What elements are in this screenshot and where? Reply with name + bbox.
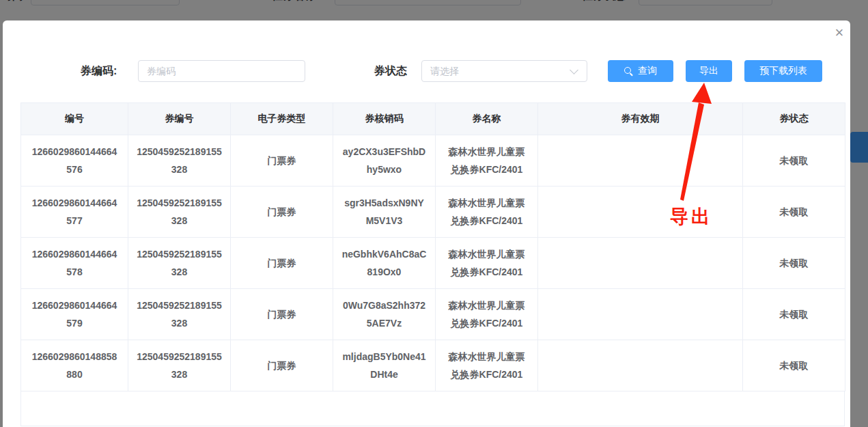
- table-row: 12660298601488588801250459252189155328门票…: [21, 340, 845, 391]
- header-coupon-no: 券编号: [128, 103, 231, 135]
- screen: 时间 2024-07-05 - 2024-07-05 任务名称 任务名称 任务状…: [0, 0, 868, 427]
- table-cell: 未领取: [743, 238, 845, 289]
- coupon-table: 编号 券编号 电子券类型 券核销码 券名称 券有效期 券状态 126602986…: [20, 102, 845, 426]
- search-icon: [624, 67, 633, 76]
- coupon-status-select[interactable]: 请选择: [421, 60, 587, 82]
- predownload-button-label: 预下载列表: [759, 65, 807, 77]
- table-cell: 森林水世界儿童票兑换券KFC/2401: [436, 187, 538, 238]
- table-cell: 森林水世界儿童票兑换券KFC/2401: [436, 238, 538, 289]
- table-header-row: 编号 券编号 电子券类型 券核销码 券名称 券有效期 券状态: [21, 103, 845, 135]
- coupon-code-input[interactable]: [138, 60, 305, 82]
- table-row: 12660298601446645791250459252189155328门票…: [21, 289, 845, 340]
- close-icon[interactable]: ×: [831, 25, 848, 41]
- table-cell: 未领取: [743, 187, 845, 238]
- header-coupon-name: 券名称: [436, 103, 538, 135]
- table-cell: 1266029860144664576: [21, 135, 128, 187]
- table-cell: [538, 340, 743, 391]
- header-validity: 券有效期: [538, 103, 743, 135]
- table-cell: [538, 238, 743, 289]
- table-cell: 1250459252189155328: [128, 340, 231, 391]
- table-cell: 未领取: [743, 289, 845, 340]
- table-empty-footer: [20, 391, 845, 426]
- table-cell: 森林水世界儿童票兑换券KFC/2401: [436, 289, 538, 340]
- table-cell: 未领取: [743, 135, 845, 187]
- header-status: 券状态: [743, 103, 845, 135]
- table-cell: 1250459252189155328: [128, 187, 231, 238]
- table-cell: 门票券: [231, 135, 333, 187]
- table-cell: [538, 187, 743, 238]
- table-cell: 门票券: [231, 187, 333, 238]
- export-button[interactable]: 导出: [686, 60, 732, 82]
- export-button-label: 导出: [699, 65, 718, 77]
- header-id: 编号: [21, 103, 128, 135]
- table-cell: 1266029860148858880: [21, 340, 128, 391]
- header-redeem-code: 券核销码: [333, 103, 436, 135]
- query-button-label: 查询: [638, 65, 657, 77]
- coupon-list-dialog: × 券编码: 券状态 请选择 查询 导出 预下载列表: [3, 20, 850, 427]
- coupon-status-placeholder: 请选择: [430, 61, 459, 81]
- table-cell: 1250459252189155328: [128, 289, 231, 340]
- table-cell: 未领取: [743, 340, 845, 391]
- table-cell: 0Wu7G8aS2hh3725AE7Vz: [333, 289, 436, 340]
- table-cell: 门票券: [231, 340, 333, 391]
- header-coupon-type: 电子券类型: [231, 103, 333, 135]
- coupon-code-label: 券编码:: [81, 60, 117, 82]
- table-cell: 1266029860144664578: [21, 238, 128, 289]
- table-cell: 门票券: [231, 289, 333, 340]
- table-cell: 森林水世界儿童票兑换券KFC/2401: [436, 135, 538, 187]
- coupon-status-label: 券状态: [374, 60, 407, 82]
- query-button[interactable]: 查询: [608, 60, 673, 82]
- table-cell: 1250459252189155328: [128, 135, 231, 187]
- table-cell: 门票券: [231, 238, 333, 289]
- table-cell: ay2CX3u3EFShbDhy5wxo: [333, 135, 436, 187]
- chevron-down-icon: [570, 66, 578, 74]
- table-cell: [538, 289, 743, 340]
- table-cell: 1266029860144664577: [21, 187, 128, 238]
- table-cell: neGbhkV6AhC8aC819Ox0: [333, 238, 436, 289]
- table-row: 12660298601446645771250459252189155328门票…: [21, 187, 845, 238]
- table-cell: 森林水世界儿童票兑换券KFC/2401: [436, 340, 538, 391]
- table-cell: 1266029860144664579: [21, 289, 128, 340]
- table-row: 12660298601446645781250459252189155328门票…: [21, 238, 845, 289]
- table-cell: 1250459252189155328: [128, 238, 231, 289]
- table-row: 12660298601446645761250459252189155328门票…: [21, 135, 845, 187]
- predownload-list-button[interactable]: 预下载列表: [744, 60, 822, 82]
- table-cell: mljdagB5Yb0Ne41DHt4e: [333, 340, 436, 391]
- table-cell: sgr3H5adsxN9NYM5V1V3: [333, 187, 436, 238]
- table-cell: [538, 135, 743, 187]
- table-body: 12660298601446645761250459252189155328门票…: [21, 135, 845, 391]
